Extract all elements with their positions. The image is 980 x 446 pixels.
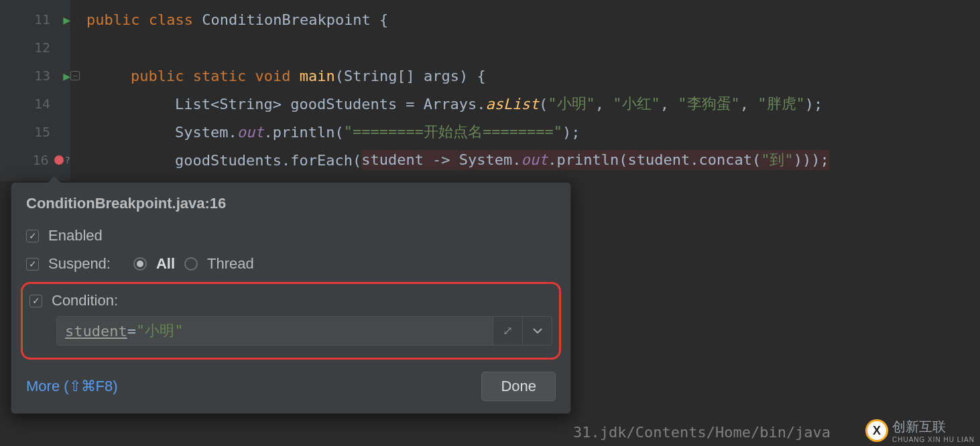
code-line-12 — [86, 33, 980, 62]
enabled-checkbox[interactable] — [26, 230, 39, 242]
line-number: 14 — [21, 96, 56, 112]
line-number: 11 — [21, 11, 56, 27]
enabled-label: Enabled — [48, 227, 103, 244]
line-number: 16 — [19, 152, 54, 168]
breakpoint-icon[interactable] — [54, 155, 64, 165]
condition-checkbox[interactable] — [29, 295, 42, 307]
suspend-label: Suspend: — [48, 255, 111, 273]
code-line-13: public static void main(String[] args) { — [86, 62, 980, 90]
run-icon[interactable]: ▶ — [56, 69, 70, 83]
popup-arrow-icon — [48, 176, 61, 183]
run-path-bar: 31.jdk/Contents/Home/bin/java — [0, 418, 980, 446]
code-line-15: System.out.println("========开始点名========… — [86, 118, 980, 146]
line-number: 13 — [21, 68, 56, 84]
code-area[interactable]: public class ConditionBreakpoint { publi… — [70, 0, 980, 181]
gutter: 11 ▶ 12 13 ▶ 14 15 16 ? — [0, 0, 70, 181]
suspend-checkbox[interactable] — [26, 258, 39, 271]
code-editor: 11 ▶ 12 13 ▶ 14 15 16 ? public class Con… — [0, 0, 980, 181]
condition-section-highlight: Condition: student = "小明" ⤢ — [21, 282, 561, 360]
condition-input[interactable]: student = "小明" ⤢ — [56, 316, 552, 346]
suspend-thread-radio[interactable] — [184, 257, 198, 271]
run-icon[interactable]: ▶ — [56, 13, 70, 27]
line-number: 15 — [21, 124, 56, 140]
suspend-all-radio[interactable] — [133, 257, 147, 271]
expand-icon[interactable]: ⤢ — [493, 317, 522, 345]
condition-var: student — [65, 323, 127, 340]
code-line-14: List<String> goodStudents = Arrays.asLis… — [86, 90, 980, 118]
breakpoint-popup: ConditionBreakpoint.java:16 Enabled Susp… — [11, 182, 571, 414]
more-link[interactable]: More (⇧⌘F8) — [26, 378, 118, 395]
suspend-all-label: All — [156, 255, 175, 273]
code-line-16: goodStudents.forEach(student -> System.o… — [86, 146, 980, 174]
condition-label: Condition: — [52, 292, 118, 309]
watermark-logo-icon: X — [865, 419, 888, 442]
done-button[interactable]: Done — [481, 372, 556, 401]
code-line-11: public class ConditionBreakpoint { — [86, 5, 980, 33]
line-number: 12 — [21, 40, 56, 56]
popup-title: ConditionBreakpoint.java:16 — [11, 183, 570, 222]
watermark: X 创新互联 CHUANG XIN HU LIAN — [865, 418, 975, 443]
suspend-thread-label: Thread — [207, 255, 254, 273]
history-dropdown-icon[interactable] — [522, 317, 552, 345]
breakpoint-conditional-icon: ? — [65, 155, 70, 165]
fold-icon[interactable] — [70, 71, 80, 80]
